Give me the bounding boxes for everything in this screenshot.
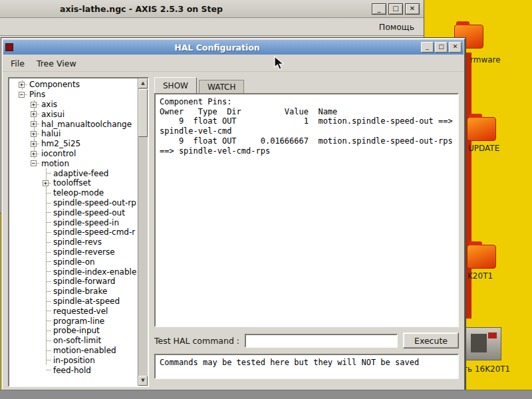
axis-minimize-button[interactable]: _ [372,3,386,15]
expand-icon[interactable]: + [31,151,37,157]
tree-item-label[interactable]: spindle-speed-out [52,208,126,217]
tree-item-label[interactable]: tooloffset [52,178,92,188]
tree-item-label[interactable]: feed-hold [52,366,92,375]
scroll-thumb[interactable] [138,89,148,137]
tree-item-teleop-mode[interactable]: teleop-mode [16,188,138,198]
tree-item-label[interactable]: spindle-speed-cmd-r [52,227,136,237]
expand-icon[interactable]: + [19,82,25,88]
desktop-icon-label: rmware [470,55,507,65]
expand-icon[interactable]: + [31,111,37,117]
tree-item-label[interactable]: axis [40,100,59,109]
tree-item-label[interactable]: spindle-speed-in [52,218,120,227]
tree-item-label[interactable]: in-position [52,356,96,365]
tree-item-in-position[interactable]: in-position [16,355,138,365]
tree-item-label[interactable]: spindle-speed-out-rp [52,198,138,207]
tree-item-label[interactable]: program-line [52,317,106,326]
tree-item-hal_manualtoolchange[interactable]: +hal_manualtoolchange [16,119,138,129]
tree-item-label[interactable]: motion [40,159,70,168]
tree-item-label[interactable]: spindle-at-speed [52,297,121,306]
tab-bar: SHOW WATCH [154,77,459,93]
tree-item-label[interactable]: hal_manualtoolchange [40,120,133,129]
tree-item-spindle-speed-cmd-r[interactable]: spindle-speed-cmd-r [16,227,138,237]
execute-button[interactable]: Execute [403,332,459,348]
tree-scrollbar[interactable]: ▲ ▼ [138,78,148,386]
tree-item-label[interactable]: on-soft-limit [52,336,102,345]
tree-item-halui[interactable]: +halui [16,129,138,139]
axis-maximize-button[interactable]: □ [388,3,403,15]
tree-item-spindle-forward[interactable]: spindle-forward [16,277,138,287]
tree-item-label[interactable]: spindle-index-enable [52,267,138,277]
hal-close-button[interactable]: ✕ [449,42,462,53]
pin-tree-panel: +Components−Pins+axis+axisui+hal_manualt… [8,77,149,387]
command-note: Commands may be tested here but they wil… [154,354,459,379]
expand-icon[interactable]: + [43,180,49,186]
tree-item-label[interactable]: teleop-mode [52,188,105,198]
tree-item-spindle-reverse[interactable]: spindle-reverse [16,247,138,257]
desktop-icon-16k20t1[interactable]: ть 16K20T1 [466,327,519,374]
tree-item-label[interactable]: adaptive-feed [52,169,110,178]
tree-item-label[interactable]: spindle-brake [52,287,108,296]
hal-titlebar[interactable]: HAL Configuration _ □ ✕ [3,40,464,55]
tree-item-label[interactable]: Components [28,80,81,89]
axis-close-button[interactable]: ✕ [405,3,420,15]
tree-item-label[interactable]: Pins [28,90,47,99]
tree-item-probe-input[interactable]: probe-input [16,326,138,336]
menu-file[interactable]: File [5,57,30,70]
hal-maximize-button[interactable]: □ [435,42,448,53]
tree-item-axis[interactable]: +axis [16,100,138,110]
scroll-up-icon[interactable]: ▲ [138,78,148,88]
tree-item-Components[interactable]: +Components [16,80,138,90]
tree-item-label[interactable]: spindle-forward [52,277,116,286]
show-output: Component Pins: Owner Type Dir Value Nam… [154,93,459,327]
tree-item-motion[interactable]: −motion [16,158,138,168]
tree-item-spindle-speed-out-rp[interactable]: spindle-speed-out-rp [16,198,138,208]
expand-icon[interactable]: + [31,102,37,108]
tab-watch[interactable]: WATCH [199,80,245,93]
tree-item-feed-hold[interactable]: feed-hold [16,365,138,375]
tree-item-label[interactable]: spindle-on [52,257,96,267]
desktop-icon-k20t1[interactable]: K20T1 [467,245,520,281]
tree-item-tooloffset[interactable]: +tooloffset [16,178,138,188]
tree-item-label[interactable]: halui [40,129,62,138]
axis-titlebar[interactable]: axis-lathe.ngc - AXIS 2.5.3 on Step _ □ … [0,0,424,18]
tree-item-motion-enabled[interactable]: motion-enabled [16,346,138,356]
tree-item-spindle-speed-out[interactable]: spindle-speed-out [16,207,138,217]
tree-item-spindle-brake[interactable]: spindle-brake [16,287,138,297]
tree-item-requested-vel[interactable]: requested-vel [16,306,138,316]
desktop-icon-update[interactable]: UPDATE [467,117,520,153]
tree-item-label[interactable]: spindle-revs [52,237,103,247]
axis-window-buttons: _ □ ✕ [372,3,420,15]
test-command-input[interactable] [245,334,398,348]
collapse-icon[interactable]: − [19,92,25,98]
expand-icon[interactable]: + [31,131,37,137]
hal-minimize-button[interactable]: _ [421,42,434,53]
tree-item-spindle-on[interactable]: spindle-on [16,257,138,267]
tree-item-label[interactable]: probe-input [52,326,101,335]
tree-item-label[interactable]: axisui [40,110,66,119]
tree-item-spindle-speed-in[interactable]: spindle-speed-in [16,217,138,227]
tree-item-label[interactable]: spindle-reverse [52,247,116,257]
tree-item-adaptive-feed[interactable]: adaptive-feed [16,168,138,178]
expand-icon[interactable]: + [31,121,37,127]
tree-item-label[interactable]: motion-enabled [52,346,118,355]
scroll-down-icon[interactable]: ▼ [138,376,148,386]
tree-item-on-soft-limit[interactable]: on-soft-limit [16,336,138,346]
tree-item-spindle-revs[interactable]: spindle-revs [16,237,138,247]
tree-item-spindle-at-speed[interactable]: spindle-at-speed [16,297,138,307]
expand-icon[interactable]: + [31,141,37,147]
tree-item-iocontrol[interactable]: +iocontrol [16,149,138,159]
tree-item-Pins[interactable]: −Pins [16,90,138,100]
tree-item-axisui[interactable]: +axisui [16,109,138,119]
menu-tree-view[interactable]: Tree View [31,57,82,70]
tree-item-label[interactable]: iocontrol [40,149,77,158]
tree-item-label[interactable]: hm2_5i25 [40,139,82,148]
collapse-icon[interactable]: − [31,160,37,166]
tree-item-spindle-index-enable[interactable]: spindle-index-enable [16,267,138,277]
tab-show[interactable]: SHOW [154,77,197,93]
tree-item-program-line[interactable]: program-line [16,316,138,326]
show-panel: SHOW WATCH Component Pins: Owner Type Di… [154,77,459,387]
tree-item-hm2_5i25[interactable]: +hm2_5i25 [16,139,138,149]
tree-item-label[interactable]: requested-vel [52,307,109,316]
axis-menu-help[interactable]: Помощь [375,21,418,33]
pin-tree: +Components−Pins+axis+axisui+hal_manualt… [9,78,138,386]
